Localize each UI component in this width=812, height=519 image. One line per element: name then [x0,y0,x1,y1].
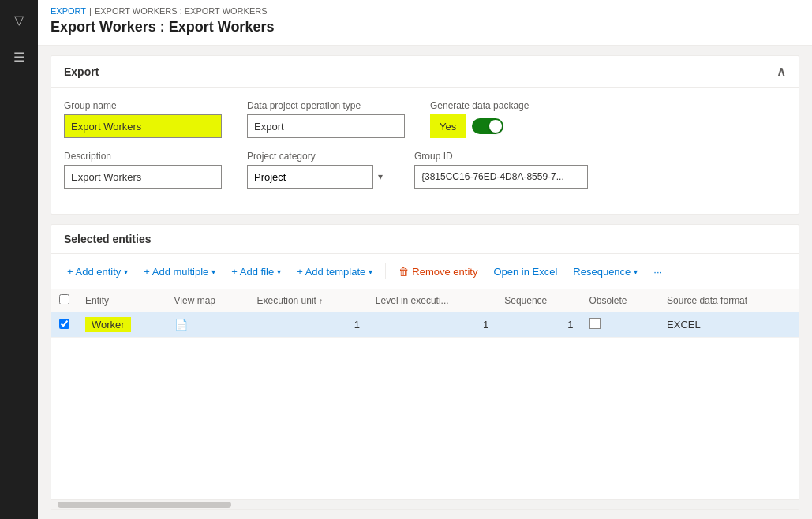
table-header-row: Entity View map Execution unit ↑ Level i… [51,289,799,312]
remove-entity-button[interactable]: 🗑 Remove entity [392,260,484,282]
content-area: Export ∧ Group name Data project operati… [38,46,812,519]
add-template-chevron: ▾ [369,267,372,276]
row-checkbox-cell [51,312,77,338]
breadcrumb-bar: EXPORT | EXPORT WORKERS : EXPORT WORKERS… [38,0,812,46]
entities-panel-header: Selected entities [51,225,799,254]
description-label: Description [64,151,222,162]
group-name-label: Group name [64,100,222,111]
left-navigation: ▽ ☰ [0,0,38,519]
resequence-label: Resequence [573,266,631,278]
add-entity-chevron: ▾ [124,267,128,276]
entities-panel-title: Selected entities [64,233,152,245]
row-obsolete-cell [582,312,660,338]
table-body: Worker 📄 1 1 1 EXCEL [51,312,799,338]
breadcrumb-separator: | [89,6,92,16]
data-project-op-input[interactable] [247,114,405,138]
add-file-chevron: ▾ [277,267,281,276]
table-header: Entity View map Execution unit ↑ Level i… [51,289,799,312]
group-name-input[interactable] [64,114,222,138]
obsolete-checkbox[interactable] [589,318,601,329]
add-template-button[interactable]: + Add template ▾ [290,260,379,282]
project-category-label: Project category [247,151,389,162]
description-field: Description [64,151,222,189]
add-file-label: + Add file [231,266,274,278]
select-all-checkbox[interactable] [59,294,69,304]
more-button[interactable]: ··· [647,260,668,282]
data-project-op-label: Data project operation type [247,100,405,111]
header-level-in-execution: Level in executi... [368,289,496,312]
data-project-op-field: Data project operation type [247,100,405,138]
add-multiple-label: + Add multiple [144,266,208,278]
add-file-button[interactable]: + Add file ▾ [225,260,287,282]
group-name-field: Group name [64,100,222,138]
yes-label: Yes [430,114,466,138]
toggle-row: Yes [430,114,572,138]
generate-pkg-label: Generate data package [430,100,572,111]
header-entity: Entity [77,289,167,312]
row-execution-unit: 1 [249,312,368,338]
form-row-1: Group name Data project operation type G… [64,100,786,138]
export-panel-title: Export [64,65,99,78]
header-execution-unit: Execution unit ↑ [249,289,368,312]
toolbar-separator-1 [385,263,386,279]
generate-pkg-toggle[interactable] [472,118,503,134]
add-entity-label: + Add entity [67,266,121,278]
more-label: ··· [653,266,662,278]
table-row: Worker 📄 1 1 1 EXCEL [51,312,799,338]
remove-entity-label: Remove entity [412,266,477,278]
project-category-select[interactable]: Project [247,165,373,189]
breadcrumb-trail: EXPORT WORKERS : EXPORT WORKERS [95,6,268,16]
resequence-chevron: ▾ [634,267,638,276]
row-checkbox[interactable] [59,319,69,329]
open-in-excel-label: Open in Excel [493,266,557,278]
project-category-wrapper: Project [247,165,389,189]
group-id-field: Group ID [414,151,588,189]
main-content: EXPORT | EXPORT WORKERS : EXPORT WORKERS… [38,0,812,519]
row-entity-name: Worker [85,317,131,332]
header-view-map: View map [167,289,249,312]
add-multiple-button[interactable]: + Add multiple ▾ [137,260,222,282]
entities-table: Entity View map Execution unit ↑ Level i… [51,289,799,338]
breadcrumb: EXPORT | EXPORT WORKERS : EXPORT WORKERS [51,6,799,16]
header-checkbox-cell [51,289,77,312]
filter-icon[interactable]: ▽ [9,8,28,32]
header-sequence: Sequence [496,289,581,312]
table-wrapper: Entity View map Execution unit ↑ Level i… [51,289,799,499]
remove-entity-icon: 🗑 [399,266,409,278]
add-multiple-chevron: ▾ [211,267,215,276]
collapse-icon[interactable]: ∧ [776,64,786,79]
menu-icon[interactable]: ☰ [9,45,29,69]
horizontal-scrollbar[interactable] [51,499,799,509]
breadcrumb-export-link[interactable]: EXPORT [51,6,86,16]
description-input[interactable] [64,165,222,189]
row-entity-cell: Worker [77,312,167,338]
row-source-data-format: EXCEL [659,312,799,338]
project-category-field: Project category Project [247,151,389,189]
view-map-icon[interactable]: 📄 [174,319,188,331]
row-level-in-execution: 1 [368,312,496,338]
export-panel-body: Group name Data project operation type G… [51,88,799,214]
add-template-label: + Add template [297,266,365,278]
group-id-input[interactable] [414,165,588,189]
row-sequence: 1 [496,312,581,338]
toggle-knob [489,120,502,133]
entities-toolbar: + Add entity ▾ + Add multiple ▾ + Add fi… [51,254,799,289]
export-panel-header: Export ∧ [51,56,799,88]
entities-panel: Selected entities + Add entity ▾ + Add m… [51,224,799,510]
scrollbar-thumb[interactable] [58,502,231,508]
header-obsolete: Obsolete [582,289,660,312]
open-in-excel-button[interactable]: Open in Excel [487,260,563,282]
group-id-label: Group ID [414,151,588,162]
page-title: Export Workers : Export Workers [51,16,799,42]
export-panel: Export ∧ Group name Data project operati… [51,55,799,215]
form-row-2: Description Project category Project Gro… [64,151,786,189]
row-view-map-cell: 📄 [167,312,249,338]
header-source-data-format: Source data format [659,289,799,312]
add-entity-button[interactable]: + Add entity ▾ [61,260,134,282]
generate-pkg-field: Generate data package Yes [430,100,572,138]
resequence-button[interactable]: Resequence ▾ [567,260,644,282]
